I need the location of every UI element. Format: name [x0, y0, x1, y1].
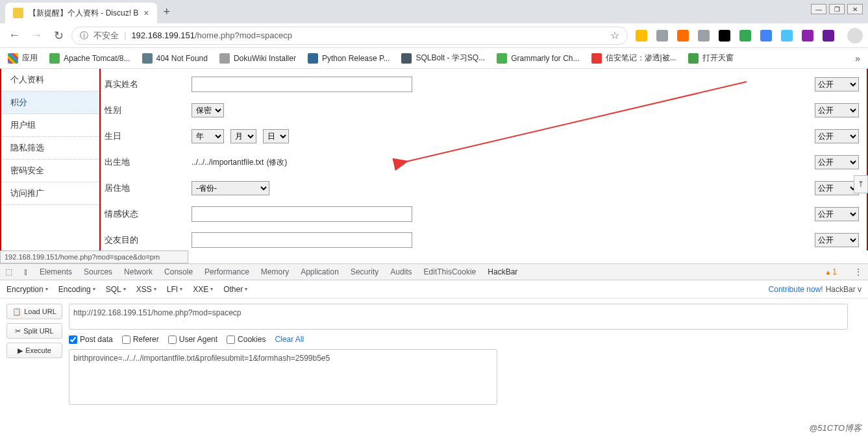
bookmark-item[interactable]: 信安笔记：渗透|被...: [591, 53, 676, 64]
row-emotion: 情感状态 公开: [101, 201, 867, 227]
privacy-select[interactable]: 公开: [815, 103, 859, 117]
devtools-tab[interactable]: Sources: [84, 267, 112, 276]
reload-button[interactable]: ↻: [49, 27, 68, 45]
bookmark-icon: [401, 53, 412, 64]
devtools-tab[interactable]: Elements: [40, 267, 72, 276]
browser-tab[interactable]: 【新提醒】个人资料 - Discuz! B ×: [5, 3, 157, 23]
address-bar[interactable]: ⓘ 不安全 | 192.168.199.151/home.php?mod=spa…: [71, 27, 628, 45]
bookmark-item[interactable]: DokuWiki Installer: [219, 53, 296, 64]
extension-icon[interactable]: [802, 30, 813, 42]
hackbar-postdata-input[interactable]: [69, 349, 497, 405]
birthplace-edit-link[interactable]: (修改): [266, 157, 287, 168]
inspect-icon[interactable]: ⬚: [5, 267, 12, 276]
day-select[interactable]: 日: [263, 129, 289, 143]
device-icon[interactable]: ⫿: [24, 267, 28, 276]
post-data-checkbox[interactable]: Post data: [69, 335, 113, 344]
sidebar-item[interactable]: 个人资料: [1, 69, 99, 91]
sidebar-item[interactable]: 用户组: [1, 114, 99, 137]
extension-icon[interactable]: [781, 30, 793, 42]
extension-icon[interactable]: [636, 30, 647, 42]
devtools-tab[interactable]: Application: [301, 267, 339, 276]
new-tab-button[interactable]: +: [157, 5, 177, 19]
bookmark-item[interactable]: 404 Not Found: [142, 53, 208, 64]
forward-button[interactable]: →: [27, 27, 45, 45]
row-realname: 真实姓名 公开: [101, 71, 867, 97]
bookmark-item[interactable]: 打开天窗: [688, 53, 734, 64]
extension-icon[interactable]: [719, 30, 730, 42]
devtools-tab[interactable]: Audits: [390, 267, 412, 276]
profile-avatar[interactable]: [847, 28, 863, 43]
hackbar-tool[interactable]: XSS ▾: [136, 285, 156, 294]
bookmark-item[interactable]: Grammarly for Ch...: [497, 53, 579, 64]
hackbar-tool[interactable]: Encryption ▾: [6, 285, 48, 294]
apps-button[interactable]: 应用: [8, 53, 38, 64]
extension-icon[interactable]: [760, 30, 772, 42]
devtools-tab[interactable]: Console: [164, 267, 193, 276]
window-close-button[interactable]: ✕: [847, 4, 863, 14]
close-icon[interactable]: ×: [143, 8, 149, 18]
hackbar-tool[interactable]: Other ▾: [223, 285, 247, 294]
row-birthplace: 出生地 ../../../importantfile.txt (修改) 公开: [101, 149, 867, 175]
minimize-button[interactable]: —: [811, 4, 826, 14]
user-agent-checkbox[interactable]: User Agent: [168, 335, 217, 344]
console-warnings[interactable]: 1: [825, 267, 837, 276]
privacy-select[interactable]: 公开: [815, 77, 859, 91]
bookmark-item[interactable]: Python Release P...: [308, 53, 390, 64]
bookmark-item[interactable]: Apache Tomcat/8...: [49, 53, 130, 64]
month-select[interactable]: 月: [230, 129, 256, 143]
privacy-select[interactable]: 公开: [815, 233, 859, 247]
row-purpose: 交友目的 公开: [101, 227, 867, 253]
purpose-input[interactable]: [192, 232, 412, 248]
window-controls: — ❐ ✕: [811, 0, 863, 14]
hackbar-tool[interactable]: LFI ▾: [167, 285, 182, 294]
bookmark-icon: [142, 53, 153, 64]
extension-icon[interactable]: [677, 30, 689, 42]
extension-icon[interactable]: [656, 30, 668, 42]
devtools-tab[interactable]: Performance: [205, 267, 249, 276]
load-url-button[interactable]: 📋 Load URL: [6, 304, 62, 319]
extension-icon[interactable]: [739, 30, 751, 42]
extension-icon[interactable]: [698, 30, 710, 42]
privacy-select[interactable]: 公开: [815, 129, 859, 143]
devtools-menu-icon[interactable]: ⋮: [854, 267, 863, 277]
devtools-tab[interactable]: HackBar: [488, 267, 517, 276]
devtools-tab-strip: ⬚ ⫿ ElementsSourcesNetworkConsolePerform…: [0, 263, 868, 280]
sidebar-item[interactable]: 积分: [1, 91, 99, 114]
back-button[interactable]: ←: [5, 27, 23, 45]
hackbar-options: Post data Referer User Agent Cookies Cle…: [69, 335, 862, 344]
maximize-button[interactable]: ❐: [829, 4, 845, 14]
devtools-tab[interactable]: EditThisCookie: [424, 267, 477, 276]
hackbar-tool[interactable]: Encoding ▾: [58, 285, 95, 294]
gender-select[interactable]: 保密: [192, 103, 224, 117]
bookmark-star-icon[interactable]: ☆: [610, 29, 619, 42]
referer-checkbox[interactable]: Referer: [122, 335, 159, 344]
bookmark-item[interactable]: SQLBolt - 学习SQ...: [401, 53, 485, 64]
privacy-select[interactable]: 公开: [815, 207, 859, 221]
bookmarks-overflow[interactable]: »: [855, 53, 860, 64]
devtools-tab[interactable]: Network: [124, 267, 153, 276]
extension-icon[interactable]: [823, 30, 834, 42]
privacy-select[interactable]: 公开: [815, 181, 859, 195]
realname-input[interactable]: [192, 77, 412, 92]
hackbar-tool[interactable]: XXE ▾: [193, 285, 213, 294]
year-select[interactable]: 年: [192, 129, 224, 143]
devtools-tab[interactable]: Security: [351, 267, 378, 276]
cookies-checkbox[interactable]: Cookies: [227, 335, 266, 344]
devtools-tab[interactable]: Memory: [261, 267, 289, 276]
contribute-link[interactable]: Contribute now!: [769, 285, 823, 294]
sidebar-item[interactable]: 隐私筛选: [1, 137, 99, 160]
hackbar-tool[interactable]: SQL ▾: [106, 285, 126, 294]
hackbar-url-input[interactable]: [69, 304, 848, 330]
site-info-icon[interactable]: ⓘ: [80, 30, 88, 42]
sidebar-item[interactable]: 访问推广: [1, 182, 99, 205]
profile-form: 真实姓名 公开 性别 保密 公开 生日 年 月 日 公开 出生地 ../../.…: [101, 69, 868, 250]
province-select[interactable]: -省份-: [192, 181, 269, 195]
execute-button[interactable]: ▶ Execute: [6, 343, 62, 358]
emotion-input[interactable]: [192, 206, 412, 222]
sidebar-item[interactable]: 密码安全: [1, 160, 99, 182]
side-panel-toggle[interactable]: ⤒: [854, 175, 868, 193]
tab-favicon: [13, 8, 23, 18]
split-url-button[interactable]: ✂ Split URL: [6, 323, 62, 339]
privacy-select[interactable]: 公开: [815, 155, 859, 169]
clear-all-link[interactable]: Clear All: [275, 335, 304, 344]
